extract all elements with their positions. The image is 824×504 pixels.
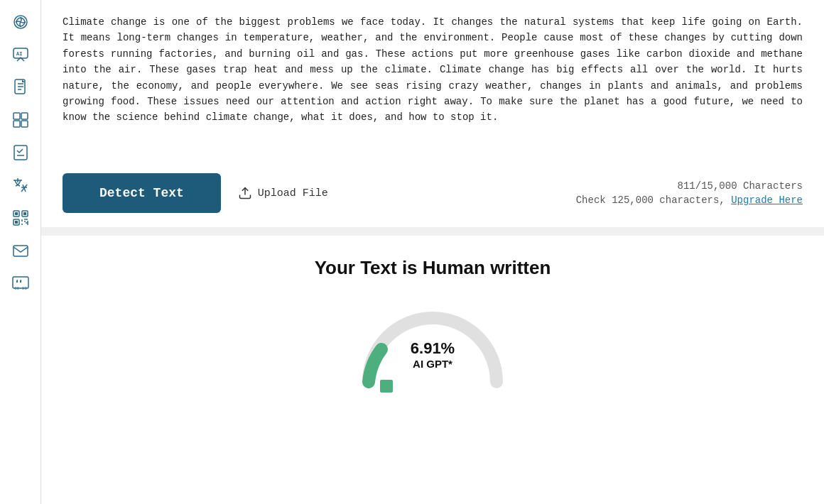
- upload-file-button[interactable]: Upload File: [238, 186, 328, 200]
- text-area-wrapper[interactable]: Climate change is one of the biggest pro…: [63, 14, 803, 156]
- qr-icon: [11, 209, 30, 227]
- top-panel: Climate change is one of the biggest pro…: [41, 0, 824, 227]
- svg-text:66  99: 66 99: [14, 286, 27, 291]
- sidebar-item-brain[interactable]: [6, 7, 36, 37]
- sidebar-item-mail[interactable]: [6, 236, 36, 265]
- gauge-label: 6.91% AI GPT*: [411, 339, 455, 371]
- gauge-container: 6.91% AI GPT*: [354, 300, 511, 385]
- result-title: Your Text is Human written: [315, 257, 551, 279]
- sidebar-item-document[interactable]: [6, 72, 36, 102]
- svg-rect-6: [13, 121, 20, 127]
- sidebar: AI: [0, 0, 41, 504]
- detect-text-button[interactable]: Detect Text: [63, 173, 221, 213]
- svg-rect-15: [13, 246, 28, 256]
- svg-rect-14: [15, 221, 18, 224]
- svg-rect-5: [21, 113, 28, 119]
- upgrade-prompt: Check 125,000 characters, Upgrade Here: [576, 195, 803, 206]
- mail-icon: [11, 241, 30, 260]
- translate-icon: [11, 176, 30, 195]
- svg-rect-12: [15, 212, 18, 215]
- input-text: Climate change is one of the biggest pro…: [63, 14, 803, 126]
- brain-icon: [11, 13, 30, 31]
- gauge-sublabel: AI GPT*: [413, 358, 452, 370]
- char-count: 811/15,000 Characters: [576, 180, 803, 192]
- gauge-percent: 6.91%: [411, 339, 455, 358]
- sidebar-item-grid[interactable]: [6, 105, 36, 135]
- sidebar-item-checklist[interactable]: [6, 138, 36, 168]
- char-info: 811/15,000 Characters Check 125,000 char…: [576, 180, 803, 206]
- svg-rect-7: [21, 121, 28, 127]
- sidebar-item-ai-chat[interactable]: AI: [6, 40, 36, 70]
- bottom-panel: Your Text is Human written 6.91% AI GPT*: [41, 236, 824, 504]
- upload-icon: [238, 186, 252, 200]
- svg-rect-4: [13, 113, 20, 119]
- svg-text:AI: AI: [16, 51, 22, 57]
- checklist-icon: [11, 143, 30, 162]
- svg-rect-8: [14, 146, 27, 160]
- sidebar-item-quote[interactable]: 66 99: [6, 268, 36, 298]
- main-content: Climate change is one of the biggest pro…: [41, 0, 824, 504]
- gauge-marker: [380, 380, 393, 393]
- sidebar-item-qr[interactable]: [6, 203, 36, 233]
- grid-icon: [11, 111, 30, 129]
- svg-rect-13: [23, 212, 26, 215]
- action-bar: Detect Text Upload File 811/15,000 Chara…: [63, 173, 803, 213]
- upgrade-link[interactable]: Upgrade Here: [731, 195, 803, 206]
- sidebar-item-translate[interactable]: [6, 170, 36, 200]
- quote-icon: 66 99: [11, 274, 30, 292]
- ai-chat-icon: AI: [11, 45, 30, 64]
- document-icon: [11, 78, 30, 97]
